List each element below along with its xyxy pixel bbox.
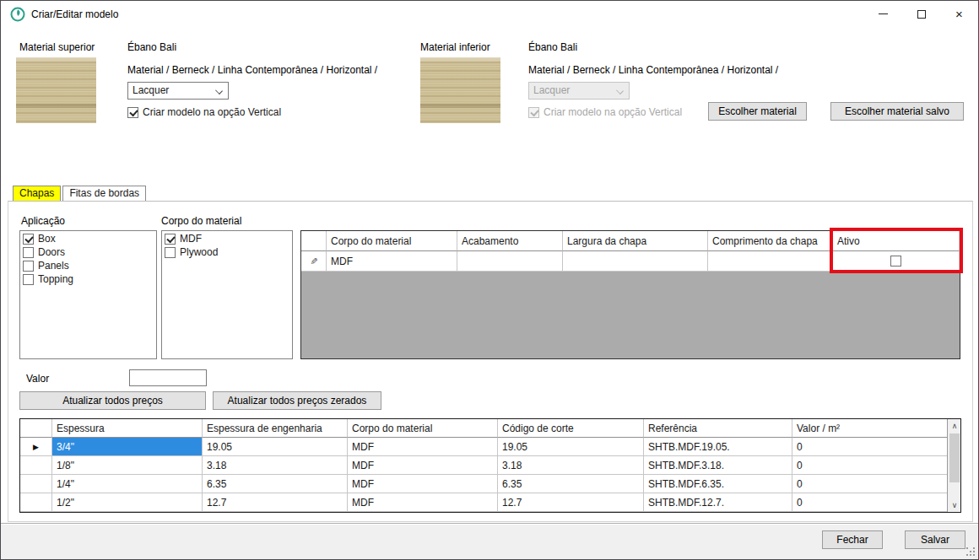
app-logo-icon [10, 7, 25, 22]
valor-label: Valor [26, 373, 49, 385]
checkbox-checked-disabled-icon [528, 107, 539, 118]
chevron-down-icon [215, 87, 223, 94]
checkbox-unchecked-icon[interactable] [165, 247, 176, 258]
ativo-checkbox-unchecked-icon[interactable] [890, 256, 901, 267]
aplicacao-item-label: Doors [38, 246, 65, 258]
cell-largura[interactable] [563, 251, 708, 272]
thickness-row-2[interactable]: 1/4" 6.35 MDF 6.35 SHTB.MDF.6.35. 0 [20, 475, 960, 493]
checkbox-unchecked-icon[interactable] [23, 274, 34, 285]
create-edit-model-dialog: Criar/Editar modelo × Material superior … [0, 0, 979, 560]
cell[interactable]: 0 [792, 493, 960, 512]
cell[interactable]: SHTB.MDF.19.05. [644, 438, 792, 456]
checkbox-unchecked-icon[interactable] [23, 247, 34, 258]
cell[interactable]: 12.7 [203, 493, 348, 512]
tab-fitas-de-bordas[interactable]: Fitas de bordas [62, 186, 146, 201]
window-title: Criar/Editar modelo [31, 8, 118, 20]
checkbox-checked-icon[interactable] [127, 107, 138, 118]
material-inferior-vertical-option: Criar modelo na opção Vertical [528, 106, 682, 118]
aplicacao-item-panels[interactable]: Panels [21, 260, 155, 273]
corpo-material-listbox: MDF Plywood [161, 230, 293, 359]
cell[interactable]: 19.05 [498, 438, 644, 456]
cell[interactable]: 1/8" [52, 456, 203, 475]
close-button[interactable]: × [940, 1, 978, 27]
cell[interactable]: 6.35 [203, 475, 348, 493]
update-zero-prices-button[interactable]: Atualizar todos preços zerados [213, 391, 381, 410]
row-header [20, 493, 52, 512]
cell[interactable]: 0 [792, 456, 960, 475]
corpo-item-mdf[interactable]: MDF [163, 233, 291, 246]
material-superior-finish-select[interactable]: Lacquer [127, 82, 229, 100]
tab-chapas[interactable]: Chapas [13, 186, 61, 201]
material-superior-vertical-label: Criar modelo na opção Vertical [143, 106, 281, 118]
choose-material-button[interactable]: Escolher material [708, 102, 807, 121]
row-header [20, 475, 52, 493]
sheet-grid-row[interactable]: ✎ MDF [301, 251, 960, 272]
checkbox-checked-icon[interactable] [23, 234, 34, 245]
scroll-up-icon[interactable]: ∧ [948, 419, 961, 433]
corpo-item-label: MDF [180, 233, 202, 245]
col-espessura-engenharia: Espessura de engenharia [203, 419, 348, 438]
material-superior-breadcrumb: Material / Berneck / Linha Contemporânea… [127, 64, 377, 76]
thickness-grid-corner-cell [20, 419, 52, 438]
row-arrow-icon: ▶ [33, 443, 39, 451]
sheet-grid-col-largura: Largura da chapa [563, 231, 708, 251]
cell[interactable]: 3.18 [203, 456, 348, 475]
fechar-button[interactable]: Fechar [822, 530, 883, 549]
update-all-prices-button[interactable]: Atualizar todos preços [19, 391, 206, 410]
cell-comprimento[interactable] [708, 251, 833, 272]
checkbox-unchecked-icon[interactable] [23, 261, 34, 272]
cell[interactable]: 6.35 [498, 475, 644, 493]
material-inferior-vertical-label: Criar modelo na opção Vertical [544, 106, 682, 118]
cell[interactable]: MDF [348, 475, 498, 493]
maximize-icon [917, 10, 926, 19]
material-superior-name: Ébano Bali [127, 41, 176, 53]
scroll-down-icon[interactable]: ∨ [948, 498, 961, 512]
cell[interactable]: SHTB.MDF.12.7. [644, 493, 792, 512]
material-superior-thumbnail[interactable] [16, 57, 96, 123]
row-header [20, 456, 52, 475]
sheet-grid-header-row: Corpo do material Acabamento Largura da … [301, 231, 960, 251]
corpo-item-plywood[interactable]: Plywood [163, 246, 291, 260]
thickness-grid: Espessura Espessura de engenharia Corpo … [19, 418, 961, 513]
minimize-icon [879, 13, 888, 14]
cell[interactable]: SHTB.MDF.6.35. [644, 475, 792, 493]
aplicacao-item-topping[interactable]: Topping [21, 273, 155, 287]
cell-corpo[interactable]: MDF [327, 251, 457, 272]
maximize-button[interactable] [902, 1, 940, 27]
cell[interactable]: 1/4" [52, 475, 203, 493]
cell[interactable]: MDF [348, 456, 498, 475]
sheet-grid-col-ativo: Ativo [833, 231, 960, 251]
thickness-row-3[interactable]: 1/2" 12.7 MDF 12.7 SHTB.MDF.12.7. 0 [20, 493, 960, 512]
cell[interactable]: SHTB.MDF.3.18. [644, 456, 792, 475]
cell-espessura-selected[interactable]: 3/4" [52, 438, 203, 456]
scrollbar-thumb[interactable] [949, 433, 960, 482]
aplicacao-item-doors[interactable]: Doors [21, 246, 155, 260]
sheet-grid-col-corpo: Corpo do material [327, 231, 457, 251]
aplicacao-listbox: Box Doors Panels Topping [19, 230, 157, 359]
cell[interactable]: 12.7 [498, 493, 644, 512]
thickness-row-1[interactable]: 1/8" 3.18 MDF 3.18 SHTB.MDF.3.18. 0 [20, 456, 960, 475]
dialog-footer: Fechar Salvar [1, 523, 978, 559]
close-icon: × [955, 10, 963, 19]
cell[interactable]: 0 [792, 438, 960, 456]
thickness-row-0[interactable]: ▶ 3/4" 19.05 MDF 19.05 SHTB.MDF.19.05. 0 [20, 438, 960, 456]
cell[interactable]: 3.18 [498, 456, 644, 475]
cell[interactable]: MDF [348, 438, 498, 456]
cell-acabamento[interactable] [457, 251, 563, 272]
cell[interactable]: 19.05 [203, 438, 348, 456]
minimize-button[interactable] [864, 1, 902, 27]
cell[interactable]: 1/2" [52, 493, 203, 512]
cell[interactable]: MDF [348, 493, 498, 512]
material-inferior-thumbnail[interactable] [420, 57, 500, 123]
salvar-button[interactable]: Salvar [905, 530, 965, 549]
aplicacao-item-box[interactable]: Box [21, 233, 155, 246]
col-referencia: Referência [644, 419, 792, 438]
cell[interactable]: 0 [792, 475, 960, 493]
choose-saved-material-button[interactable]: Escolher material salvo [830, 102, 964, 121]
vertical-scrollbar[interactable]: ∧ ∨ [947, 419, 960, 512]
cell-ativo[interactable] [833, 251, 960, 272]
checkbox-checked-icon[interactable] [165, 234, 176, 245]
resize-grip[interactable] [966, 547, 975, 556]
valor-input[interactable] [129, 369, 207, 386]
material-superior-vertical-option[interactable]: Criar modelo na opção Vertical [127, 106, 281, 118]
